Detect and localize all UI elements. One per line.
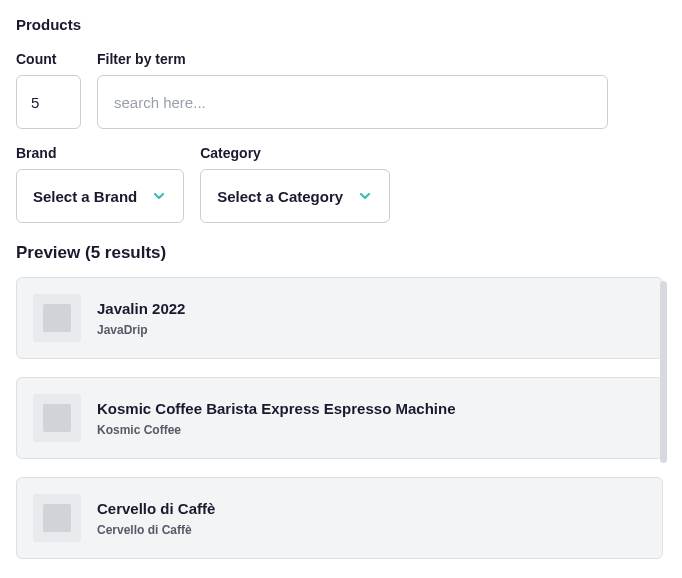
chevron-down-icon [357,188,373,204]
result-text: Kosmic Coffee Barista Express Espresso M… [97,400,455,437]
brand-field: Brand Select a Brand [16,145,184,223]
category-label: Category [200,145,390,161]
filters-row: Count Filter by term [16,51,666,129]
result-text: Cervello di Caffè Cervello di Caffè [97,500,215,537]
count-field: Count [16,51,81,129]
product-thumbnail [33,494,81,542]
filter-field: Filter by term [97,51,608,129]
chevron-down-icon [151,188,167,204]
brand-select[interactable]: Select a Brand [16,169,184,223]
search-input[interactable] [97,75,608,129]
product-brand: JavaDrip [97,323,185,337]
results-list: Javalin 2022 JavaDrip Kosmic Coffee Bari… [16,277,666,559]
result-text: Javalin 2022 JavaDrip [97,300,185,337]
preview-title: Preview (5 results) [16,243,666,263]
list-item[interactable]: Cervello di Caffè Cervello di Caffè [16,477,663,559]
product-name: Cervello di Caffè [97,500,215,517]
brand-label: Brand [16,145,184,161]
section-title: Products [16,16,666,33]
dropdowns-row: Brand Select a Brand Category Select a C… [16,145,666,223]
product-name: Kosmic Coffee Barista Express Espresso M… [97,400,455,417]
list-item[interactable]: Kosmic Coffee Barista Express Espresso M… [16,377,663,459]
scrollbar[interactable] [660,281,667,463]
count-label: Count [16,51,81,67]
category-select-label: Select a Category [217,188,343,205]
brand-select-label: Select a Brand [33,188,137,205]
category-field: Category Select a Category [200,145,390,223]
product-name: Javalin 2022 [97,300,185,317]
product-brand: Kosmic Coffee [97,423,455,437]
filter-label: Filter by term [97,51,608,67]
list-item[interactable]: Javalin 2022 JavaDrip [16,277,663,359]
product-brand: Cervello di Caffè [97,523,215,537]
product-thumbnail [33,394,81,442]
category-select[interactable]: Select a Category [200,169,390,223]
product-thumbnail [33,294,81,342]
count-input[interactable] [16,75,81,129]
